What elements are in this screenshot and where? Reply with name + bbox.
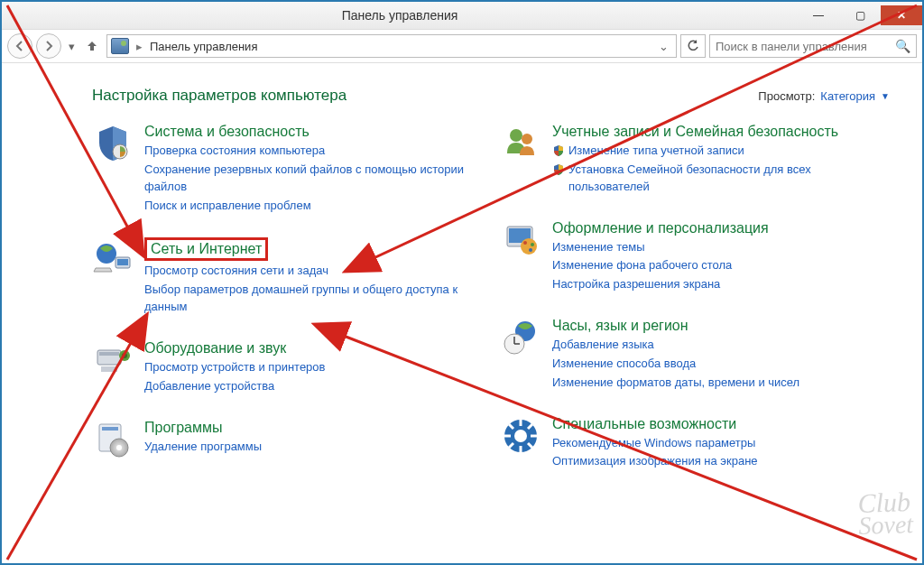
titlebar: Панель управления — ▢ ✕ <box>2 2 922 29</box>
svg-rect-5 <box>99 352 119 356</box>
sublink[interactable]: Поиск и исправление проблем <box>144 198 482 215</box>
uac-shield-icon <box>552 163 565 176</box>
refresh-icon <box>687 40 699 52</box>
breadcrumb-sep: ▸ <box>134 40 144 53</box>
sublink[interactable]: Изменение типа учетной записи <box>552 143 890 160</box>
breadcrumb[interactable]: Панель управления <box>150 40 257 53</box>
category-user-accounts: Учетные записи и Семейная безопасность И… <box>500 123 890 196</box>
address-dropdown[interactable]: ⌄ <box>655 40 672 53</box>
column-right: Учетные записи и Семейная безопасность И… <box>500 123 890 470</box>
network-internet-icon <box>92 237 134 279</box>
control-panel-icon <box>111 38 129 54</box>
category-title[interactable]: Специальные возможности <box>552 415 758 433</box>
sublink[interactable]: Добавление устройства <box>144 378 325 395</box>
sublink[interactable]: Изменение фона рабочего стола <box>552 257 769 274</box>
programs-icon <box>92 419 134 460</box>
address-bar[interactable]: ▸ Панель управления ⌄ <box>106 34 677 58</box>
sublink[interactable]: Добавление языка <box>552 337 799 354</box>
category-title[interactable]: Система и безопасность <box>144 123 482 141</box>
view-value[interactable]: Категория <box>820 89 875 103</box>
category-system-security: Система и безопасность Проверка состояни… <box>92 123 482 214</box>
svg-point-13 <box>510 129 522 142</box>
category-network-internet: Сеть и Интернет Просмотр состояния сети … <box>92 237 482 316</box>
clock-language-icon <box>500 317 541 358</box>
maximize-button[interactable]: ▢ <box>839 5 881 25</box>
user-accounts-icon <box>500 123 541 164</box>
svg-rect-10 <box>102 427 118 431</box>
search-box[interactable]: 🔍 <box>709 34 917 58</box>
arrow-up-icon <box>85 39 99 53</box>
svg-point-17 <box>521 238 537 255</box>
sublink[interactable]: Просмотр состояния сети и задач <box>144 263 482 280</box>
sublink[interactable]: Изменение темы <box>552 239 769 256</box>
search-icon[interactable]: 🔍 <box>895 39 910 53</box>
sublink[interactable]: Сохранение резервных копий файлов с помо… <box>144 162 482 196</box>
svg-point-12 <box>116 445 122 450</box>
category-title[interactable]: Оформление и персонализация <box>552 219 769 237</box>
sublink[interactable]: Проверка состояния компьютера <box>144 143 482 160</box>
category-columns: Система и безопасность Проверка состояни… <box>92 123 890 470</box>
search-input[interactable] <box>716 40 895 53</box>
svg-rect-3 <box>117 259 128 265</box>
close-button[interactable]: ✕ <box>881 5 922 25</box>
sublink[interactable]: Установка Семейной безопасности для всех… <box>552 162 890 196</box>
category-title[interactable]: Программы <box>144 419 262 437</box>
sublink[interactable]: Оптимизация изображения на экране <box>552 453 758 470</box>
hardware-sound-icon <box>92 339 134 381</box>
svg-point-19 <box>531 243 534 246</box>
forward-button[interactable] <box>36 33 61 59</box>
svg-rect-6 <box>101 366 117 372</box>
history-dropdown[interactable]: ▾ <box>65 33 78 59</box>
arrow-left-icon <box>14 40 26 52</box>
category-title[interactable]: Учетные записи и Семейная безопасность <box>552 123 890 141</box>
category-accessibility: Специальные возможности Рекомендуемые Wi… <box>500 415 890 471</box>
heading-row: Настройка параметров компьютера Просмотр… <box>92 87 890 105</box>
accessibility-icon <box>500 415 541 457</box>
window-controls: — ▢ ✕ <box>798 5 922 25</box>
svg-point-24 <box>514 430 527 442</box>
category-title[interactable]: Часы, язык и регион <box>552 317 799 335</box>
sublink[interactable]: Настройка разрешения экрана <box>552 276 769 293</box>
view-selector[interactable]: Просмотр: Категория ▼ <box>758 89 890 103</box>
sublink[interactable]: Изменение форматов даты, времени и чисел <box>552 375 799 392</box>
sublink[interactable]: Просмотр устройств и принтеров <box>144 359 325 376</box>
view-label: Просмотр: <box>758 89 815 103</box>
category-hardware-sound: Оборудование и звук Просмотр устройств и… <box>92 339 482 395</box>
content: Настройка параметров компьютера Просмотр… <box>2 63 922 563</box>
arrow-right-icon <box>42 40 55 52</box>
window-title: Панель управления <box>2 8 798 23</box>
chevron-down-icon: ▼ <box>881 91 890 101</box>
category-title[interactable]: Оборудование и звук <box>144 339 325 357</box>
page-title: Настройка параметров компьютера <box>92 87 346 105</box>
appearance-icon <box>500 219 541 261</box>
up-button[interactable] <box>81 35 103 57</box>
sublink[interactable]: Удаление программы <box>144 439 262 456</box>
category-title-highlighted[interactable]: Сеть и Интернет <box>144 237 268 261</box>
navbar: ▾ ▸ Панель управления ⌄ 🔍 <box>2 29 922 63</box>
svg-point-8 <box>122 353 127 358</box>
window: Панель управления — ▢ ✕ ▾ ▸ Панель управ… <box>0 0 924 565</box>
sublink[interactable]: Рекомендуемые Windows параметры <box>552 435 758 452</box>
category-clock-language: Часы, язык и регион Добавление языка Изм… <box>500 317 890 392</box>
refresh-button[interactable] <box>680 34 706 58</box>
sublink[interactable]: Выбор параметров домашней группы и общег… <box>144 282 482 316</box>
svg-point-20 <box>529 248 532 252</box>
svg-point-14 <box>522 134 532 144</box>
sublink[interactable]: Изменение способа ввода <box>552 356 799 373</box>
category-appearance: Оформление и персонализация Изменение те… <box>500 219 890 294</box>
system-security-icon <box>92 123 134 164</box>
category-programs: Программы Удаление программы <box>92 419 482 460</box>
back-button[interactable] <box>7 33 32 59</box>
uac-shield-icon <box>552 144 565 157</box>
svg-point-18 <box>523 241 527 245</box>
minimize-button[interactable]: — <box>798 5 839 25</box>
column-left: Система и безопасность Проверка состояни… <box>92 123 482 470</box>
